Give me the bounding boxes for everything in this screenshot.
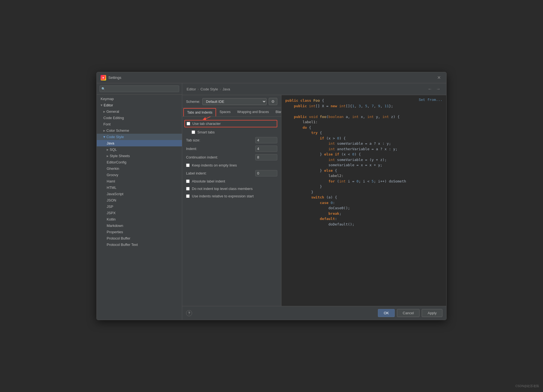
sidebar-item-haml-label: Haml (107, 179, 115, 183)
back-button[interactable]: ← (426, 86, 434, 92)
keep-indents-label: Keep indents on empty lines (192, 163, 237, 167)
tab-tabs-and-indents[interactable]: Tabs and Indents (183, 108, 216, 117)
no-indent-top-level-label: Do not indent top level class members (192, 187, 252, 191)
breadcrumb-sep2: › (220, 87, 221, 91)
forward-button[interactable]: → (435, 86, 442, 92)
sidebar-item-style-sheets[interactable]: ▶ Style Sheets (97, 153, 182, 159)
label-indent-input[interactable] (255, 170, 277, 176)
search-input[interactable] (100, 85, 179, 92)
gear-button[interactable]: ⚙ (269, 98, 277, 105)
sidebar-item-editor-label: Editor (104, 103, 113, 107)
breadcrumb-editor: Editor (187, 87, 196, 91)
use-indents-relative-label: Use indents relative to expression start (192, 194, 254, 198)
smart-tabs-row: Smart tabs (186, 130, 277, 135)
sidebar-item-protocol-buffer[interactable]: Protocol Buffer (97, 235, 182, 241)
sidebar-item-jspx[interactable]: JSPX (97, 210, 182, 216)
sidebar-item-gherkin-label: Gherkin (107, 167, 119, 171)
action-buttons: OK Cancel Apply (378, 309, 442, 317)
label-indent-label: Label indent: (186, 171, 253, 175)
tab-spaces[interactable]: Spaces (216, 108, 234, 116)
chevron-sql-icon: ▶ (107, 148, 109, 151)
svg-text:✦: ✦ (102, 76, 104, 79)
sidebar: 🔍 Keymap ▶ Editor ▶ General (97, 83, 182, 320)
search-icon: 🔍 (101, 87, 105, 91)
no-indent-top-level-row: Do not indent top level class members (186, 186, 277, 191)
absolute-label-indent-label: Absolute label indent (192, 179, 225, 183)
sidebar-item-properties[interactable]: Properties (97, 229, 182, 235)
scheme-row: Scheme: Default IDE ⚙ (182, 95, 281, 108)
sidebar-item-editor[interactable]: ▶ Editor (97, 102, 182, 108)
sidebar-item-sql-label: SQL (110, 147, 117, 152)
settings-dialog: ✦ Settings ✕ 🔍 Keymap ▶ (96, 72, 447, 320)
sidebar-item-html[interactable]: HTML (97, 184, 182, 191)
sidebar-item-style-sheets-label: Style Sheets (110, 154, 130, 158)
indent-row: Indent: (186, 146, 277, 152)
no-indent-top-level-checkbox[interactable] (186, 187, 190, 190)
use-indents-relative-row: Use indents relative to expression start (186, 194, 277, 199)
sidebar-item-groovy[interactable]: Groovy (97, 172, 182, 178)
smart-tabs-checkbox[interactable] (192, 130, 195, 134)
sidebar-item-color-scheme-label: Color Scheme (106, 128, 129, 133)
sidebar-item-jspx-label: JSPX (107, 211, 116, 215)
ok-button[interactable]: OK (378, 309, 395, 317)
sidebar-item-protocol-buffer-text[interactable]: Protocol Buffer Text (97, 241, 182, 248)
keep-indents-checkbox[interactable] (186, 163, 190, 167)
scheme-select[interactable]: Default IDE (202, 98, 267, 105)
label-indent-row: Label indent: (186, 170, 277, 176)
sidebar-item-font[interactable]: Font (97, 121, 182, 127)
sidebar-item-color-scheme[interactable]: ▶ Color Scheme (97, 127, 182, 134)
sidebar-item-gherkin[interactable]: Gherkin (97, 165, 182, 172)
bottom-bar: ? OK Cancel Apply (182, 306, 446, 320)
sidebar-item-java-label: Java (107, 141, 114, 145)
sidebar-item-javascript[interactable]: JavaScript (97, 191, 182, 197)
tab-blank-lines[interactable]: Blank Lines (272, 108, 281, 116)
sidebar-item-jsp-label: JSP (107, 205, 113, 209)
sidebar-item-general[interactable]: ▶ General (97, 108, 182, 115)
smart-tabs-label: Smart tabs (197, 130, 215, 134)
continuation-indent-input[interactable] (255, 154, 277, 160)
title-bar: ✦ Settings ✕ (97, 72, 446, 83)
app-icon: ✦ (101, 75, 106, 80)
tab-size-label: Tab size: (186, 138, 253, 142)
code-preview: Set from... public class Foo { public in… (281, 95, 446, 306)
sidebar-item-haml[interactable]: Haml (97, 178, 182, 184)
sidebar-item-keymap-label: Keymap (101, 97, 114, 101)
absolute-label-indent-row: Absolute label indent (186, 179, 277, 184)
close-button[interactable]: ✕ (436, 74, 442, 81)
panel-content: Scheme: Default IDE ⚙ Tabs and Indents S… (182, 95, 446, 306)
use-tab-character-checkbox[interactable] (187, 122, 190, 125)
sidebar-item-kotlin-label: Kotlin (107, 217, 116, 221)
sidebar-item-kotlin[interactable]: Kotlin (97, 216, 182, 222)
tabs-row: Tabs and Indents Spaces Wrapping and Bra… (182, 108, 281, 117)
sidebar-item-code-style[interactable]: ▶ Code Style (97, 134, 182, 140)
cancel-button[interactable]: Cancel (397, 309, 420, 317)
sidebar-item-keymap[interactable]: Keymap (97, 96, 182, 102)
sidebar-item-jsp[interactable]: JSP (97, 203, 182, 210)
chevron-color-scheme-icon: ▶ (103, 129, 105, 132)
continuation-indent-row: Continuation indent: (186, 154, 277, 160)
indent-input[interactable] (255, 146, 277, 152)
use-indents-relative-checkbox[interactable] (186, 194, 190, 198)
sidebar-item-markdown[interactable]: Markdown (97, 222, 182, 229)
breadcrumb-bar: Editor › Code Style › Java ← → (182, 83, 446, 95)
watermark: CSDN@处苏老陈 (515, 384, 539, 388)
help-button[interactable]: ? (186, 310, 192, 316)
dialog-body: 🔍 Keymap ▶ Editor ▶ General (97, 83, 446, 320)
window-title: Settings (108, 76, 121, 80)
sidebar-item-javascript-label: JavaScript (107, 192, 123, 196)
tab-size-input[interactable] (255, 137, 277, 143)
sidebar-item-sql[interactable]: ▶ SQL (97, 146, 182, 153)
sidebar-item-editorconfig[interactable]: EditorConfig (97, 159, 182, 165)
sidebar-item-protocol-buffer-text-label: Protocol Buffer Text (107, 243, 138, 247)
tab-wrapping-and-braces[interactable]: Wrapping and Braces (234, 108, 272, 116)
breadcrumb-java: Java (222, 87, 230, 91)
continuation-indent-label: Continuation indent: (186, 155, 253, 159)
chevron-code-style-icon: ▶ (103, 136, 106, 138)
absolute-label-indent-checkbox[interactable] (186, 179, 190, 183)
title-bar-left: ✦ Settings (101, 75, 121, 80)
apply-button[interactable]: Apply (422, 309, 442, 317)
set-from-link[interactable]: Set from... (419, 97, 442, 103)
sidebar-item-json[interactable]: JSON (97, 197, 182, 203)
sidebar-item-java[interactable]: Java (97, 140, 182, 146)
sidebar-item-code-editing[interactable]: Code Editing (97, 115, 182, 121)
